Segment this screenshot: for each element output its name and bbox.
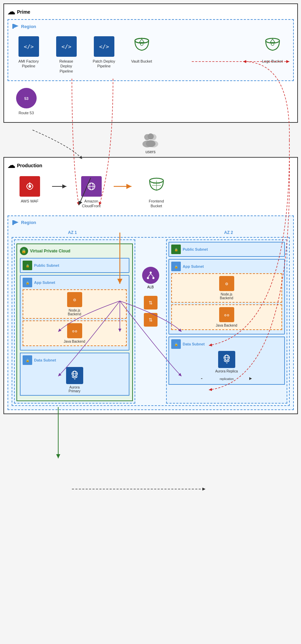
- patch-icon: </>: [94, 36, 114, 57]
- svg-text:🔒: 🔒: [174, 265, 178, 269]
- java-label-az1: Java Backend: [64, 340, 85, 343]
- prime-title: Prime: [17, 9, 30, 15]
- app-subnet-icon-az1: 🔒: [23, 278, 32, 287]
- flag-icon-prod: [12, 220, 19, 226]
- cf-to-frontend-arrow: [114, 183, 134, 190]
- aurora-replica-label: Aurora Replica: [215, 369, 238, 373]
- nodejs-label-az1: Node.js Backend: [68, 308, 81, 316]
- waf-label: AWS WAF: [21, 199, 39, 203]
- svg-text:🔒: 🔒: [174, 248, 178, 252]
- route53-icon: 53: [16, 88, 37, 108]
- data-subnet-header-az2: 🔒 Data Subnet: [171, 339, 282, 349]
- alb-label: ALB: [147, 285, 154, 289]
- prod-region-box: Region AZ 1 AZ 2 🔒: [8, 215, 294, 410]
- vpc-label: 🔒 Virtual Private Cloud: [20, 247, 129, 255]
- svg-marker-14: [270, 39, 275, 42]
- aurora-primary: ✦ Aurora Primary: [23, 367, 127, 393]
- java-icon-az1: ⚙⚙: [67, 323, 82, 338]
- release-deploy-pipeline: </> Release Deploy Pipeline: [51, 36, 82, 74]
- prime-region-label: Region: [12, 23, 290, 29]
- svg-point-53: [145, 270, 156, 281]
- vpc-lock-icon: 🔒: [20, 247, 28, 255]
- app-subnet-header-az2: 🔒 App Subnet: [171, 262, 282, 271]
- prod-top-row: AWS WAF Amazon C: [8, 173, 294, 212]
- az1-section: 🔒 Virtual Private Cloud 🔒 Public Subnet: [14, 239, 135, 404]
- svg-text:</>: </>: [24, 43, 34, 50]
- az2-section: 🔒 Public Subnet 🔒 App Subnet: [166, 239, 287, 404]
- vault-label: Vault Bucket: [131, 59, 152, 64]
- production-box: ☁ Production AWS WAF: [3, 157, 298, 414]
- pipeline-row: </> AMI Factory Pipeline </> Release Dep…: [12, 33, 290, 77]
- data-subnet-az1: 🔒 Data Subnet ✦ Aurora Primary: [20, 353, 129, 396]
- data-subnet-icon-az2: 🔒: [171, 339, 181, 349]
- logs-bucket: Logs Bucket: [257, 36, 288, 64]
- release-label: Release Deploy Pipeline: [59, 59, 73, 74]
- frontend-bucket-label: Frontend Bucket: [149, 199, 164, 209]
- svg-marker-38: [14, 220, 18, 224]
- java-icon-az2: ⚙⚙: [219, 307, 234, 322]
- public-subnet-az1: 🔒 Public Subnet: [20, 258, 129, 273]
- aws-waf-icon: [20, 176, 40, 197]
- aurora-replica: ✦ Aurora Replica: [171, 351, 282, 373]
- frontend-bucket-icon: [146, 176, 167, 197]
- az-middle-spacer: [137, 229, 164, 235]
- public-subnet-label-az2: Public Subnet: [183, 247, 208, 251]
- svg-marker-1: [14, 24, 18, 28]
- release-icon: </>: [56, 36, 77, 57]
- svg-text:⚙: ⚙: [225, 282, 228, 286]
- data-subnet-label-az1: Data Subnet: [34, 358, 56, 362]
- public-subnet-icon-az2: 🔒: [171, 245, 181, 254]
- route53-label: Route 53: [18, 110, 34, 115]
- java-backend-az2: ⚙⚙ Java Backend: [171, 304, 282, 330]
- svg-text:🔒: 🔒: [25, 264, 29, 268]
- svg-point-54: [150, 272, 152, 274]
- svg-text:</>: </>: [99, 43, 109, 50]
- app-subnet-icon-az2: 🔒: [171, 262, 181, 271]
- data-subnet-label-az2: Data Subnet: [183, 342, 205, 346]
- az2-label: AZ 2: [224, 230, 233, 235]
- svg-text:⇅: ⇅: [149, 317, 153, 323]
- alb-item: ALB: [142, 267, 159, 289]
- lb-icon-2: ⇅: [144, 313, 158, 327]
- data-subnet-az2: 🔒 Data Subnet ✦ Aurora Replica: [168, 337, 285, 385]
- route53-section: 53 Route 53: [8, 84, 294, 119]
- az-outer-box: 🔒 Virtual Private Cloud 🔒 Public Subnet: [12, 237, 290, 406]
- svg-text:🔒: 🔒: [174, 342, 178, 346]
- java-backend-az1: ⚙⚙ Java Backend: [23, 320, 127, 346]
- cloudfront-item: Amazon CloudFront: [76, 176, 107, 209]
- az2-label-container: AZ 2: [168, 229, 290, 235]
- lb-middle-icons: ⇅ ⇅: [144, 296, 158, 327]
- aurora-primary-icon: ✦: [66, 367, 83, 384]
- nodejs-icon-az1: ⚙: [67, 292, 82, 307]
- prime-cloud-label: ☁ Prime: [8, 8, 294, 16]
- cloud-icon-prime: ☁: [8, 8, 15, 16]
- cloudfront-icon: [81, 176, 102, 197]
- svg-point-55: [147, 277, 149, 279]
- alb-column: ALB ⇅ ⇅: [137, 239, 164, 404]
- app-subnet-az1: 🔒 App Subnet ⚙ Node.js Backend: [20, 275, 129, 351]
- vault-bucket: Vault Bucket: [126, 36, 157, 64]
- prod-region-label: Region: [12, 220, 290, 226]
- svg-point-23: [146, 140, 155, 147]
- ami-label: AMI Factory Pipeline: [18, 59, 39, 69]
- aurora-primary-label: Aurora Primary: [68, 385, 80, 393]
- app-subnet-label-az1: App Subnet: [34, 280, 55, 285]
- prime-box: ☁ Prime Region </>: [3, 3, 298, 123]
- users-section: users: [3, 130, 298, 157]
- vpc-box: 🔒 Virtual Private Cloud 🔒 Public Subnet: [16, 244, 133, 401]
- replication-arrow: replication: [171, 375, 282, 382]
- svg-text:⇅: ⇅: [149, 300, 153, 305]
- svg-text:53: 53: [24, 96, 28, 101]
- svg-text:🔒: 🔒: [25, 358, 29, 363]
- svg-text:⚙⚙: ⚙⚙: [224, 314, 229, 317]
- app-subnet-label-az2: App Subnet: [183, 264, 204, 268]
- nodejs-backend-az1: ⚙ Node.js Backend: [23, 289, 127, 319]
- svg-text:✦: ✦: [74, 378, 75, 380]
- data-subnet-header-az1: 🔒 Data Subnet: [23, 355, 127, 365]
- nodejs-icon-az2: ⚙: [219, 276, 234, 291]
- vault-bucket-icon: [133, 37, 150, 56]
- users-label: users: [146, 149, 155, 154]
- svg-text:⚙: ⚙: [73, 298, 76, 302]
- prime-region-box: Region </> AMI Factory Pipeline: [8, 19, 294, 81]
- frontend-bucket-item: Frontend Bucket: [141, 176, 172, 209]
